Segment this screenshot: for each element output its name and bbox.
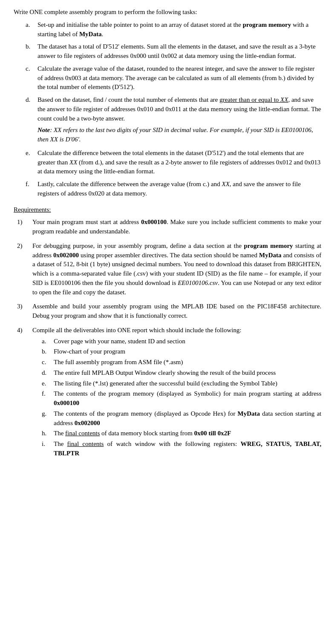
sub-text-4g: The contents of the program memory (disp… [54,409,321,428]
sub-text-4a: Cover page with your name, student ID an… [54,337,321,346]
task-letter-a: a. [26,20,38,39]
sub-letter-4h: h. [42,429,54,438]
req-text-4: Compile all the deliverables into ONE re… [32,326,321,460]
req-num-1: 1) [17,218,32,227]
task-d-note: Note: XX refers to the last two digits o… [38,126,321,144]
sub-item-4e: e. The listing file (*.lst) generated af… [42,379,321,388]
req-num-4: 4) [17,326,32,335]
task-list: a. Set-up and initialise the table point… [26,20,321,198]
req-item-3: 3) Assemble and build your assembly prog… [17,302,321,321]
task-item-e: e. Calculate the difference between the … [26,149,321,176]
sub-text-4i: The final contents of watch window with … [54,440,321,458]
req-text-2: For debugging purpose, in your assembly … [32,242,321,297]
sub-text-4e: The listing file (*.lst) generated after… [54,379,321,388]
sub-text-4d: The entire full MPLAB Output Window clea… [54,368,321,378]
req-num-2: 2) [17,242,32,251]
req-item-4: 4) Compile all the deliverables into ONE… [17,326,321,460]
req-item-1: 1) Your main program must start at addre… [17,218,321,236]
sub-letter-4c: c. [42,358,54,367]
req-text-3: Assemble and build your assembly program… [32,302,321,321]
req-item-2: 2) For debugging purpose, in your assemb… [17,242,321,297]
sub-item-4i: i. The final contents of watch window wi… [42,440,321,458]
sub-item-4b: b. Flow-chart of your program [42,347,321,356]
req-num-3: 3) [17,302,32,311]
sub-item-4h: h. The final contents of data memory blo… [42,429,321,438]
sub-item-4c: c. The full assembly program from ASM fi… [42,358,321,367]
task-item-f: f. Lastly, calculate the difference betw… [26,180,321,198]
sub-text-4h: The final contents of data memory block … [54,429,321,438]
sub-letter-4b: b. [42,347,54,356]
task-item-b: b. The dataset has a total of D'512' ele… [26,42,321,61]
sub-item-4f: f. The contents of the program memory (d… [42,389,321,408]
task-item-d: d. Based on the dataset, find / count th… [26,95,321,145]
sub-letter-4a: a. [42,337,54,346]
task-item-c: c. Calculate the average value of the da… [26,64,321,92]
sub-text-4f: The contents of the program memory (disp… [54,389,321,408]
task-text-e: Calculate the difference between the tot… [38,149,321,176]
sub-letter-4d: d. [42,368,54,378]
task-text-c: Calculate the average value of the datas… [38,64,321,92]
task-text-d: Based on the dataset, find / count the t… [38,95,321,145]
requirements-title: Requirements: [14,205,51,215]
task-letter-c: c. [26,64,38,92]
sub-letter-4e: e. [42,379,54,388]
task-letter-b: b. [26,42,38,61]
sub-item-4a: a. Cover page with your name, student ID… [42,337,321,346]
sub-letter-4g: g. [42,409,54,419]
intro-text: Write ONE complete assembly program to p… [14,8,321,17]
sub-list-4: a. Cover page with your name, student ID… [42,337,321,458]
sub-text-4c: The full assembly program from ASM file … [54,358,321,367]
task-text-f: Lastly, calculate the difference between… [38,180,321,198]
sub-item-4g: g. The contents of the program memory (d… [42,409,321,428]
task-letter-f: f. [26,180,38,198]
task-text-a: Set-up and initialise the table pointer … [38,20,321,39]
task-letter-e: e. [26,149,38,176]
req-text-1: Your main program must start at address … [32,218,321,236]
task-item-a: a. Set-up and initialise the table point… [26,20,321,39]
task-letter-d: d. [26,95,38,145]
sub-text-4b: Flow-chart of your program [54,347,321,356]
requirements-section: Requirements: 1) Your main program must … [14,202,321,460]
sub-letter-4f: f. [42,389,54,399]
task-text-b: The dataset has a total of D'512' elemen… [38,42,321,61]
requirements-list: 1) Your main program must start at addre… [17,218,321,459]
sub-item-4d: d. The entire full MPLAB Output Window c… [42,368,321,378]
sub-letter-4i: i. [42,440,54,449]
